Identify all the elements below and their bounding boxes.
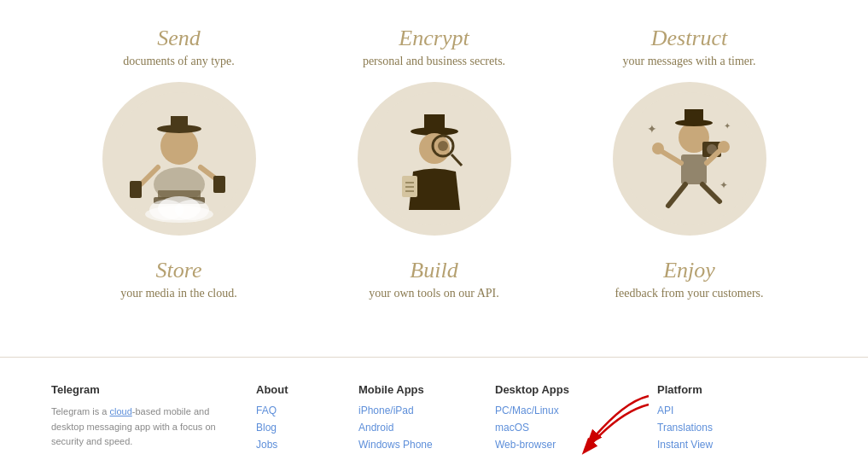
footer-windows-phone-link[interactable]: Windows Phone — [358, 439, 461, 451]
cloud-link[interactable]: cloud — [109, 406, 131, 416]
feature-send-image — [102, 82, 256, 236]
footer-pcmaclinux-link[interactable]: PC/Mac/Linux — [495, 405, 623, 416]
footer-platform-heading: Platform — [657, 383, 760, 396]
features-row-2: Store your media in the cloud. Build you… — [51, 258, 817, 314]
footer-macos-link[interactable]: macOS — [495, 422, 623, 434]
footer-api-link[interactable]: API — [657, 405, 760, 416]
svg-point-38 — [718, 141, 730, 153]
footer-translations-link[interactable]: Translations — [657, 422, 760, 434]
svg-rect-7 — [130, 181, 142, 198]
svg-rect-17 — [424, 114, 445, 133]
footer-platform: Platform API Translations Instant View — [657, 383, 760, 456]
footer-telegram: Telegram Telegram is a cloud-based mobil… — [51, 383, 222, 456]
footer-jobs-link[interactable]: Jobs — [256, 439, 324, 451]
feature-build-title: Build — [410, 258, 457, 283]
footer-instantview-link[interactable]: Instant View — [657, 439, 760, 451]
svg-rect-30 — [681, 154, 707, 184]
encrypt-illustration-svg — [366, 90, 503, 227]
svg-text:✦: ✦ — [724, 121, 731, 131]
svg-point-37 — [652, 143, 664, 154]
feature-encrypt: Encrypt personal and business secrets. — [306, 26, 562, 249]
svg-rect-4 — [171, 116, 188, 130]
feature-destruct-title: Destruct — [651, 26, 728, 51]
footer-mobile-apps: Mobile Apps iPhone/iPad Android Windows … — [358, 383, 461, 456]
feature-build: Build your own tools on our API. — [306, 258, 562, 314]
footer-iphone-link[interactable]: iPhone/iPad — [358, 405, 461, 416]
feature-enjoy-desc: feedback from your customers. — [615, 287, 763, 300]
svg-text:✦: ✦ — [647, 123, 657, 136]
footer: Telegram Telegram is a cloud-based mobil… — [0, 357, 868, 460]
feature-destruct-desc: your messages with a timer. — [623, 55, 756, 68]
feature-store-desc: your media in the cloud. — [120, 287, 236, 300]
svg-rect-29 — [684, 109, 703, 125]
feature-store: Store your media in the cloud. — [51, 258, 306, 314]
footer-webbrowser-row: Web-browser — [495, 439, 623, 456]
footer-android-link[interactable]: Android — [358, 422, 461, 434]
feature-build-desc: your own tools on our API. — [369, 287, 498, 300]
feature-send-desc: documents of any type. — [123, 55, 235, 68]
send-illustration-svg — [111, 90, 248, 227]
footer-webbrowser-link[interactable]: Web-browser — [495, 439, 556, 451]
footer-about: About FAQ Blog Jobs — [256, 383, 324, 456]
svg-rect-8 — [213, 176, 225, 193]
feature-send: Send documents of any type. — [51, 26, 306, 249]
footer-desktop-apps: Desktop Apps PC/Mac/Linux macOS Web-brow… — [495, 383, 623, 456]
footer-mobile-heading: Mobile Apps — [358, 383, 461, 396]
svg-text:✦: ✦ — [719, 179, 728, 191]
footer-faq-link[interactable]: FAQ — [256, 405, 324, 416]
feature-enjoy-title: Enjoy — [663, 258, 715, 283]
feature-enjoy: Enjoy feedback from your customers. — [562, 258, 817, 314]
svg-point-21 — [438, 141, 448, 151]
feature-store-title: Store — [156, 258, 202, 283]
footer-telegram-heading: Telegram — [51, 383, 222, 396]
feature-encrypt-desc: personal and business secrets. — [363, 55, 505, 68]
footer-blog-link[interactable]: Blog — [256, 422, 324, 434]
feature-encrypt-title: Encrypt — [399, 26, 469, 51]
footer-desktop-heading: Desktop Apps — [495, 383, 623, 396]
feature-destruct: Destruct your messages with a timer. — [562, 26, 817, 249]
feature-encrypt-image — [358, 82, 511, 236]
feature-send-title: Send — [157, 26, 201, 51]
svg-point-14 — [158, 196, 201, 220]
footer-about-heading: About — [256, 383, 324, 396]
footer-telegram-desc: Telegram is a cloud-based mobile and des… — [51, 405, 222, 450]
feature-destruct-image: ✦ ✦ ✦ — [613, 82, 766, 236]
features-row-1: Send documents of any type. — [51, 26, 817, 249]
features-section: Send documents of any type. — [0, 0, 868, 357]
destruct-illustration-svg: ✦ ✦ ✦ — [621, 90, 758, 227]
